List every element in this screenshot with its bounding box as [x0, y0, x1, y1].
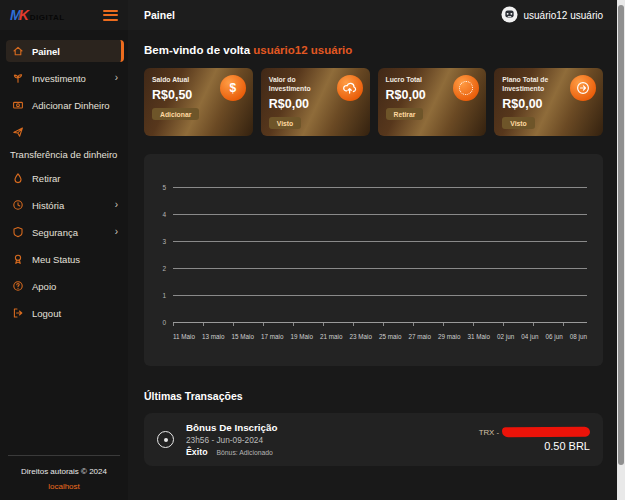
sidebar-item-apoio[interactable]: Apoio: [6, 275, 124, 297]
welcome-prefix: Bem-vindo de volta: [144, 44, 250, 56]
y-axis-tick-label: 1: [156, 292, 166, 299]
y-axis-tick-label: 2: [156, 265, 166, 272]
chevron-right-icon: ›: [115, 227, 118, 237]
dollar-icon: $: [220, 75, 246, 101]
x-axis-tick-label: 31 Maio: [468, 333, 490, 340]
sidebar-item-label: Segurança: [32, 227, 78, 238]
transaction-title: Bônus De Inscrição: [186, 422, 277, 433]
x-axis-tick-label: 06 jun: [546, 333, 563, 340]
x-axis-tick-label: 25 maio: [379, 333, 401, 340]
x-axis-tick-label: 23 Maio: [350, 333, 372, 340]
page-title: Painel: [144, 9, 175, 21]
scrollbar-thumb[interactable]: [618, 5, 624, 465]
sidebar-item-label: Adicionar Dinheiro: [32, 100, 110, 111]
app-window: MKDIGITAL Painel Investimento › Adiciona…: [0, 0, 625, 500]
localhost-link[interactable]: localhost: [8, 480, 120, 494]
sidebar-item-seguranca[interactable]: Segurança ›: [6, 221, 124, 243]
y-axis-tick-label: 5: [156, 184, 166, 191]
menu-toggle-icon[interactable]: [103, 7, 118, 23]
sidebar-item-label: Logout: [32, 308, 61, 319]
sidebar-item-investimento[interactable]: Investimento ›: [6, 67, 124, 89]
x-axis-tick-label: 19 Maio: [291, 333, 313, 340]
transaction-amount: 0.50 BRL: [479, 440, 590, 452]
x-axis-tick-label: 11 Maio: [173, 333, 195, 340]
sidebar-item-historia[interactable]: História ›: [6, 194, 124, 216]
redacted-ref-bar: [502, 427, 590, 438]
sidebar-item-meu-status[interactable]: Meu Status: [6, 248, 124, 270]
award-icon: [12, 253, 24, 265]
transaction-ref-prefix: TRX -: [479, 428, 499, 437]
sidebar-nav: Painel Investimento › Adicionar Dinheiro…: [0, 40, 128, 324]
transaction-row[interactable]: Bônus De Inscrição 23h56 - Jun-09-2024 Ê…: [144, 413, 603, 466]
x-axis-tick-label: 15 Maio: [232, 333, 254, 340]
vertical-scrollbar[interactable]: [617, 0, 625, 500]
gridline: [173, 241, 587, 242]
logo-text: DIGITAL: [30, 13, 65, 22]
sidebar-item-painel[interactable]: Painel: [6, 40, 124, 62]
transaction-details: Bônus De Inscrição 23h56 - Jun-09-2024 Ê…: [186, 422, 277, 457]
x-axis-tick-label: 27 maio: [409, 333, 431, 340]
card-saldo-atual: Saldo Atual R$0,50 Adicionar $: [144, 68, 253, 136]
sidebar-item-label: Painel: [32, 46, 60, 57]
x-axis-tick-label: 04 jun: [521, 333, 538, 340]
y-axis-tick-label: 3: [156, 238, 166, 245]
retirar-button[interactable]: Retirar: [386, 108, 424, 120]
money-icon: [12, 99, 24, 111]
chart-plot-area: 5 4 3 2 1 0: [156, 184, 587, 326]
user-menu[interactable]: usuário12 usuário: [501, 6, 604, 25]
transactions-heading: Últimas Transações: [144, 390, 603, 402]
y-axis-tick-label: 4: [156, 211, 166, 218]
chevron-right-icon: ›: [115, 73, 118, 83]
gridline: [173, 295, 587, 296]
sidebar-item-retirar[interactable]: Retirar: [6, 167, 124, 189]
send-icon: [12, 126, 24, 138]
arrow-circle-icon: [570, 75, 596, 101]
x-axis-tick-label: 13 maio: [202, 333, 224, 340]
y-axis-tick-label: 0: [156, 319, 166, 326]
logout-icon: [12, 307, 24, 319]
x-axis-baseline: [173, 322, 587, 323]
help-icon: [12, 280, 24, 292]
adicionar-button[interactable]: Adicionar: [152, 108, 199, 120]
dashboard-content: Bem-vindo de volta usuário12 usuário Sal…: [128, 30, 617, 466]
sidebar-item-adicionar-dinheiro[interactable]: Adicionar Dinheiro: [6, 94, 124, 116]
brand-logo[interactable]: MKDIGITAL: [10, 7, 65, 23]
card-lucro-total: Lucro Total R$0,00 Retirar: [378, 68, 487, 136]
transaction-amount-block: TRX - 0.50 BRL: [479, 427, 590, 452]
clock-icon: [12, 199, 24, 211]
gridline: [173, 187, 587, 188]
x-axis-tick-label: 02 jun: [497, 333, 514, 340]
card-plano-total: Plano Total de Investimento R$0,00 Visto: [494, 68, 603, 136]
sidebar-item-label: Apoio: [32, 281, 56, 292]
main-area: Painel usuário12 usuário Bem-vindo de vo…: [128, 0, 617, 500]
visto-button[interactable]: Visto: [502, 117, 535, 129]
shield-icon: [12, 226, 24, 238]
record-dot-icon: [157, 431, 174, 448]
home-icon: [12, 45, 24, 57]
investment-chart: 5 4 3 2 1 0 11 Maio 13 maio 15 Maio 17 m…: [144, 154, 603, 366]
sidebar-item-label: Investimento: [32, 73, 86, 84]
sidebar-item-logout[interactable]: Logout: [6, 302, 124, 324]
sidebar: MKDIGITAL Painel Investimento › Adiciona…: [0, 0, 128, 500]
card-valor-investimento: Valor do Investimento R$0,00 Visto: [261, 68, 370, 136]
sidebar-header: MKDIGITAL: [0, 0, 128, 30]
gridline: [173, 214, 587, 215]
welcome-message: Bem-vindo de volta usuário12 usuário: [144, 44, 603, 56]
visto-button[interactable]: Visto: [269, 117, 302, 129]
x-axis-tick-label: 29 maio: [438, 333, 460, 340]
transaction-status: Êxito: [186, 447, 208, 457]
chevron-right-icon: ›: [115, 200, 118, 210]
sidebar-footer: Direitos autorais © 2024 localhost: [8, 455, 120, 494]
top-bar: Painel usuário12 usuário: [128, 0, 617, 30]
transaction-note: Bônus: Adicionado: [217, 449, 273, 456]
gridline: [173, 268, 587, 269]
cloud-upload-icon: [337, 75, 363, 101]
sidebar-item-label: História: [32, 200, 64, 211]
stat-cards: Saldo Atual R$0,50 Adicionar $ Valor do …: [144, 68, 603, 136]
sidebar-item-transferencia[interactable]: Transferência de dinheiro: [6, 121, 124, 162]
support-avatar-icon: [501, 6, 518, 25]
sidebar-item-label: Retirar: [32, 173, 61, 184]
copyright-text: Direitos autorais © 2024: [8, 465, 120, 479]
droplet-icon: [12, 172, 24, 184]
sidebar-item-label: Transferência de dinheiro: [10, 149, 116, 160]
